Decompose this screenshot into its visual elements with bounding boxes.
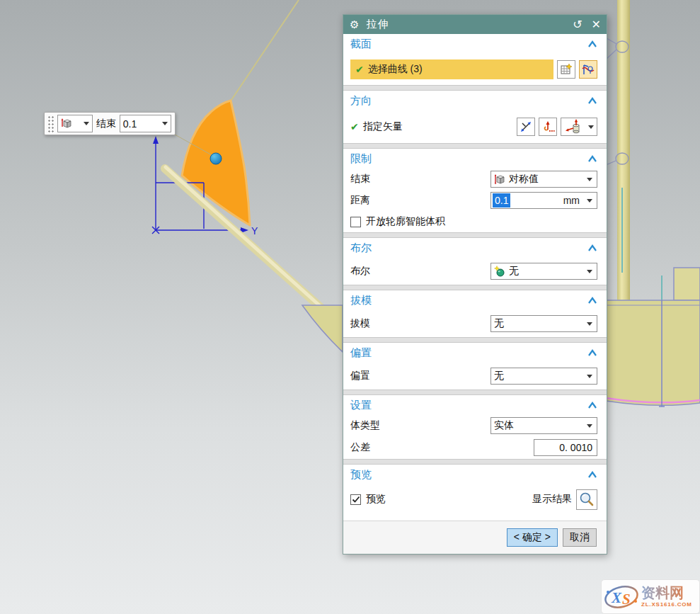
group-separator [343,143,607,149]
vector-dialog-button[interactable] [539,118,557,136]
symmetric-value-icon [494,174,505,185]
gear-icon[interactable]: ⚙ [350,19,359,30]
nx-application-window: Y [0,0,700,614]
boolean-row: 布尔 无 [343,258,607,285]
specify-vector-label: 指定矢量 [363,120,403,133]
end-option-dropdown[interactable] [57,115,93,132]
hull-body[interactable] [606,300,700,405]
offset-header-label: 偏置 [350,346,372,360]
onscreen-input-toolbar[interactable]: 结束 0.1 [44,112,176,135]
distance-label: 距离 [350,194,370,207]
distance-input[interactable]: 0.1 mm [490,192,597,209]
vector-type-dropdown[interactable] [561,118,597,136]
rigging-rope-line[interactable] [231,0,299,100]
end-dropdown[interactable]: 对称值 [490,171,597,188]
collapse-chevron-icon[interactable] [587,296,598,305]
group-separator [343,232,607,238]
tolerance-label: 公差 [350,441,370,454]
draft-label: 拔模 [350,317,370,330]
reset-icon[interactable]: ↺ [573,19,582,30]
select-curve-row: ✔ 选择曲线 (3) [343,54,607,85]
draft-row: 拔模 无 [343,310,607,337]
offset-dropdown[interactable]: 无 [490,368,597,385]
distance-unit: mm [563,195,587,206]
group-draft: 拔模 拔模 无 [343,290,607,337]
open-profile-checkbox[interactable] [350,217,361,227]
group-limits-header[interactable]: 限制 [343,149,607,169]
tolerance-input[interactable]: 0. 0010 [534,439,597,456]
sketch-section-icon [560,63,573,76]
draft-header-label: 拔模 [350,294,372,307]
limits-header-label: 限制 [350,152,372,166]
caret-down-icon [587,322,592,326]
open-profile-row: 开放轮廓智能体积 [343,211,607,232]
cabin-block[interactable] [674,268,700,300]
watermark-site-url: ZL.XS1616.COM [641,602,692,608]
watermark-text: 资料网 ZL.XS1616.COM [641,586,692,608]
group-direction-header[interactable]: 方向 [343,91,607,110]
settings-header-label: 设置 [350,399,372,412]
show-result-button[interactable] [576,489,597,510]
checkbox-check-icon [352,496,360,504]
group-boolean-header[interactable]: 布尔 [343,238,607,258]
group-separator [343,459,607,465]
toolbar-drag-grip[interactable] [47,115,54,132]
group-section-header[interactable]: 截面 [343,34,607,54]
dialog-footer: < 确定 > 取消 [343,521,607,554]
collapse-chevron-icon[interactable] [587,401,598,409]
select-curve-label: 选择曲线 (3) [368,63,423,76]
vector-dialog-icon [541,120,555,134]
mini-end-label: 结束 [96,118,116,130]
ok-button[interactable]: < 确定 > [507,528,558,547]
distance-drag-handle[interactable] [210,153,222,164]
end-row: 结束 对称值 [343,169,607,190]
caret-down-icon [84,122,89,125]
cancel-button[interactable]: 取消 [563,528,597,547]
boolean-value: 无 [509,265,519,278]
boolean-dropdown[interactable]: 无 [490,263,597,280]
direction-header-label: 方向 [350,94,372,108]
caret-down-icon [587,178,592,181]
dialog-titlebar[interactable]: ⚙ 拉伸 ↺ ✕ [343,15,607,34]
svg-text:S: S [622,591,631,608]
body-type-dropdown[interactable]: 实体 [490,417,597,434]
group-preview-header[interactable]: 预览 [343,465,607,484]
body-type-row: 体类型 实体 [343,415,607,436]
mini-distance-value: 0.1 [123,118,137,130]
vector-buttons [513,118,597,136]
preview-label: 预览 [366,493,386,506]
select-curve-field[interactable]: ✔ 选择曲线 (3) [350,59,553,79]
curve-select-button[interactable] [579,60,597,79]
show-result-label: 显示结果 [532,493,572,506]
group-separator [343,337,607,343]
boolean-none-icon [494,266,505,277]
offset-label: 偏置 [350,370,370,382]
collapse-chevron-icon[interactable] [587,154,598,163]
mini-distance-dropdown[interactable]: 0.1 [120,115,171,132]
collapse-chevron-icon[interactable] [587,348,598,357]
vector-type-icon [564,119,583,135]
boolean-label: 布尔 [350,265,370,278]
collapse-chevron-icon[interactable] [587,470,598,479]
group-draft-header[interactable]: 拔模 [343,290,607,310]
preview-checkbox[interactable] [350,494,361,505]
collapse-chevron-icon[interactable] [587,96,598,105]
extrude-dialog: ⚙ 拉伸 ↺ ✕ 截面 ✔ 选择曲线 (3) [343,14,607,555]
sketch-section-button[interactable] [557,60,575,79]
body-type-label: 体类型 [350,419,380,432]
close-icon[interactable]: ✕ [592,19,601,30]
group-offset-header[interactable]: 偏置 [343,343,607,363]
caret-down-icon [162,122,168,125]
group-separator [343,390,607,395]
group-section: 截面 ✔ 选择曲线 (3) [343,34,607,85]
collapse-chevron-icon[interactable] [587,40,598,48]
open-profile-label: 开放轮廓智能体积 [366,215,445,228]
hull-prow[interactable] [302,305,343,352]
reverse-direction-button[interactable] [517,118,535,136]
caret-down-icon [587,375,592,378]
group-settings-header[interactable]: 设置 [343,395,607,415]
boolean-header-label: 布尔 [350,241,372,255]
group-offset: 偏置 偏置 无 [343,343,607,390]
collapse-chevron-icon[interactable] [587,244,598,252]
draft-dropdown[interactable]: 无 [490,315,597,332]
